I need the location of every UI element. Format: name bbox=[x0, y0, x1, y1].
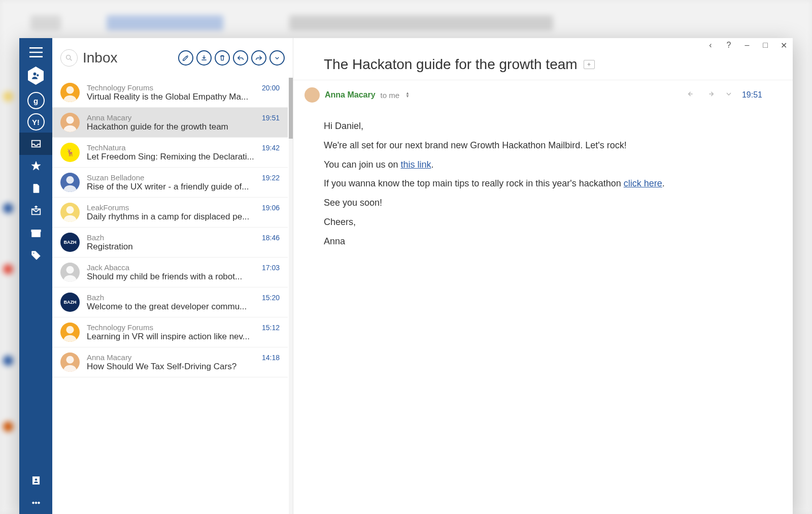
message-body: Hi Daniel, We're all set for our next br… bbox=[293, 107, 793, 262]
email-list-item[interactable]: Technology Forums15:12Learning in VR wil… bbox=[52, 317, 288, 347]
email-sender: Suzan Belladone bbox=[87, 173, 144, 182]
svg-point-16 bbox=[66, 326, 74, 334]
email-subject: Hackathon guide for the growth team bbox=[87, 122, 280, 132]
email-sender: TechNatura bbox=[87, 143, 126, 152]
yahoo-icon: Y! bbox=[32, 118, 40, 126]
reading-pane: ‹ ? – □ ✕ The Hackaton guide for the gro… bbox=[293, 38, 793, 514]
email-sender: Technology Forums bbox=[87, 323, 153, 332]
avatar bbox=[60, 83, 80, 102]
avatar: BAZH bbox=[60, 233, 80, 252]
email-time: 15:12 bbox=[262, 324, 280, 332]
email-sender: Technology Forums bbox=[87, 83, 153, 92]
more-actions-button[interactable] bbox=[269, 50, 285, 66]
email-list-item[interactable]: Technology Forums20:00Virtual Reality is… bbox=[52, 78, 288, 108]
svg-point-9 bbox=[38, 502, 40, 504]
reply-icon bbox=[236, 54, 245, 62]
scrollbar-thumb[interactable] bbox=[289, 78, 293, 139]
email-list-item[interactable]: Anna Macary14:18How Should We Tax Self-D… bbox=[52, 347, 288, 377]
expand-recipients-icon[interactable]: ▲▼ bbox=[405, 92, 410, 98]
nav-archive[interactable] bbox=[19, 222, 52, 244]
nav-drafts[interactable] bbox=[19, 177, 52, 200]
account-google[interactable]: g bbox=[27, 92, 45, 109]
reply-icon-button[interactable] bbox=[686, 90, 696, 100]
search-icon bbox=[65, 54, 73, 62]
email-subject: How Should We Tax Self-Driving Cars? bbox=[87, 362, 280, 372]
window-controls: ‹ ? – □ ✕ bbox=[706, 41, 788, 49]
avatar: BAZH bbox=[60, 293, 80, 312]
account-yahoo[interactable]: Y! bbox=[27, 113, 45, 131]
message-time: 19:51 bbox=[742, 90, 762, 100]
email-time: 18:46 bbox=[262, 234, 280, 242]
more-icon-button[interactable] bbox=[725, 90, 733, 100]
nav-tags[interactable] bbox=[19, 244, 52, 267]
email-sender: Anna Macary bbox=[87, 113, 131, 122]
hamburger-menu-icon[interactable] bbox=[29, 47, 43, 57]
tips-link[interactable]: click here bbox=[624, 178, 662, 188]
recipient-label: to me bbox=[381, 91, 400, 100]
email-subject: Virtual Reality is the Global Empathy Ma… bbox=[87, 92, 280, 102]
svg-point-17 bbox=[66, 356, 74, 364]
email-list-item[interactable]: BAZHBazh15:20Welcome to the great develo… bbox=[52, 287, 288, 317]
forward-icon-button[interactable] bbox=[705, 90, 716, 100]
scrollbar-track bbox=[289, 78, 293, 514]
email-list-item[interactable]: Suzan Belladone19:22Rise of the UX write… bbox=[52, 168, 288, 198]
svg-point-0 bbox=[33, 72, 37, 76]
avatar bbox=[60, 173, 80, 192]
email-subject: Welcome to the great developer commu... bbox=[87, 302, 280, 312]
email-list-column: Inbox Technology Forums20:00Virtual Real… bbox=[52, 38, 293, 514]
forward-icon bbox=[255, 54, 263, 62]
account-all[interactable] bbox=[27, 67, 45, 85]
email-time: 19:51 bbox=[262, 114, 280, 122]
email-list-item[interactable]: Anna Macary19:51Hackathon guide for the … bbox=[52, 108, 288, 138]
forward-button[interactable] bbox=[251, 50, 266, 66]
avatar: 🦌 bbox=[60, 143, 80, 162]
email-subject: Registration bbox=[87, 242, 280, 252]
svg-point-6 bbox=[35, 478, 37, 481]
folder-title: Inbox bbox=[83, 50, 173, 66]
svg-rect-2 bbox=[31, 232, 40, 237]
archive-button[interactable] bbox=[196, 50, 212, 66]
email-sender: Bazh bbox=[87, 233, 104, 242]
email-list-item[interactable]: 🦌TechNatura19:42Let Freedom Sing: Remixi… bbox=[52, 138, 288, 168]
email-subject: Should my child be friends with a robot.… bbox=[87, 272, 280, 282]
email-time: 15:20 bbox=[262, 294, 280, 302]
help-button[interactable]: ? bbox=[725, 41, 733, 49]
email-list-item[interactable]: BAZHBazh18:46Registration bbox=[52, 228, 288, 258]
reply-button[interactable] bbox=[233, 50, 248, 66]
email-subject: Daily rhythms in a camp for displaced pe… bbox=[87, 212, 280, 222]
message-title: The Hackaton guide for the growth team bbox=[324, 56, 578, 73]
chevron-down-icon bbox=[273, 54, 281, 62]
avatar bbox=[60, 203, 80, 222]
nav-starred[interactable] bbox=[19, 155, 52, 177]
close-button[interactable]: ✕ bbox=[780, 41, 788, 49]
svg-point-1 bbox=[36, 74, 39, 77]
join-link[interactable]: this link bbox=[400, 159, 431, 170]
nav-contacts[interactable] bbox=[19, 469, 52, 492]
nav-sent[interactable] bbox=[19, 200, 52, 222]
back-button[interactable]: ‹ bbox=[706, 41, 715, 49]
email-time: 17:03 bbox=[262, 264, 280, 272]
email-time: 19:22 bbox=[262, 174, 280, 182]
maximize-button[interactable]: □ bbox=[761, 41, 769, 49]
email-subject: Let Freedom Sing: Remixing the Declarati… bbox=[87, 152, 280, 162]
add-label-button[interactable]: + bbox=[584, 60, 595, 69]
svg-point-14 bbox=[66, 206, 74, 214]
minimize-button[interactable]: – bbox=[743, 41, 751, 49]
svg-point-15 bbox=[66, 266, 74, 274]
delete-button[interactable] bbox=[215, 50, 230, 66]
email-list-item[interactable]: Jack Abacca17:03Should my child be frien… bbox=[52, 258, 288, 287]
email-list-item[interactable]: LeakForums19:06Daily rhythms in a camp f… bbox=[52, 198, 288, 228]
svg-point-10 bbox=[66, 55, 71, 59]
search-button[interactable] bbox=[60, 49, 78, 67]
email-app-window: g Y! Inbox bbox=[19, 38, 793, 514]
compose-icon bbox=[182, 54, 190, 62]
compose-button[interactable] bbox=[178, 50, 193, 66]
email-time: 14:18 bbox=[262, 354, 280, 362]
email-time: 19:06 bbox=[262, 204, 280, 212]
svg-point-4 bbox=[33, 252, 35, 254]
email-list[interactable]: Technology Forums20:00Virtual Reality is… bbox=[52, 78, 293, 514]
nav-inbox[interactable] bbox=[19, 133, 52, 155]
nav-more[interactable] bbox=[19, 492, 52, 514]
body-line: Hi Daniel, bbox=[324, 117, 762, 136]
svg-point-12 bbox=[66, 116, 74, 124]
